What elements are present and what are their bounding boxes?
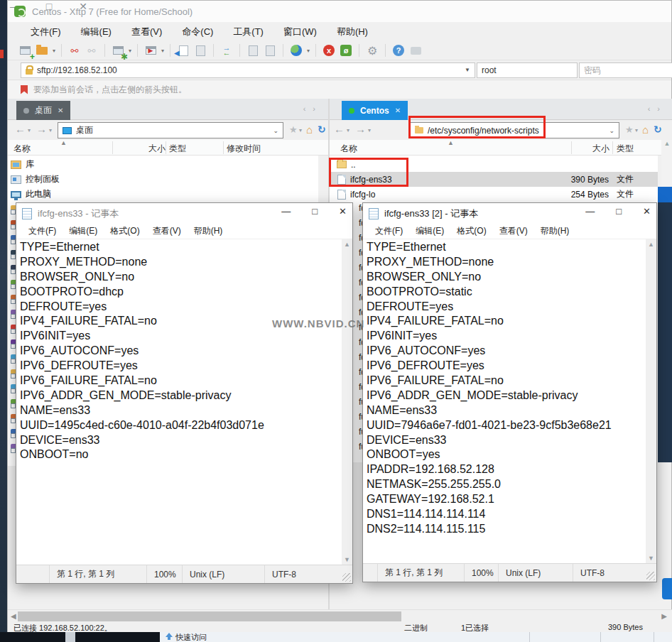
column-size[interactable]: 大小 xyxy=(148,143,166,155)
back-icon[interactable]: ← xyxy=(15,123,26,135)
forward-icon[interactable]: → xyxy=(355,123,366,135)
list-item[interactable]: 库 xyxy=(8,157,318,172)
username-input[interactable]: root xyxy=(477,62,578,78)
resize-grip[interactable] xyxy=(646,572,655,580)
list-item[interactable]: 此电脑 xyxy=(8,187,318,202)
menu-item[interactable]: 查看(V) xyxy=(493,225,534,237)
menu-item[interactable]: 查看(V) xyxy=(146,225,188,237)
xftp-titlebar[interactable]: Centos - Xftp 7 (Free for Home/School) —… xyxy=(8,1,671,22)
home-icon[interactable]: ⌂ xyxy=(306,124,313,136)
list-item[interactable]: 控制面板 xyxy=(8,172,318,187)
transfer-to-remote-icon xyxy=(193,43,207,58)
refresh-icon[interactable]: ↻ xyxy=(654,124,662,135)
column-type[interactable]: 类型 xyxy=(617,143,634,155)
column-name[interactable]: 名称 xyxy=(13,143,31,155)
tab-scroll-arrows[interactable]: ‹› xyxy=(303,104,323,113)
menu-item[interactable]: 查看(V) xyxy=(121,26,172,38)
favorites-star-icon[interactable]: ★ xyxy=(289,124,298,135)
refresh-icon[interactable]: ↻ xyxy=(318,124,326,135)
notepad2-vscrollbar[interactable]: ▲ ▼ xyxy=(646,239,656,563)
menu-item[interactable]: 格式(O) xyxy=(104,225,146,237)
chevron-down-icon[interactable]: ▾ xyxy=(635,127,638,134)
back-icon[interactable]: ← xyxy=(334,123,345,135)
menu-item[interactable]: 编辑(E) xyxy=(409,225,450,237)
chevron-down-icon[interactable]: ▾ xyxy=(299,127,302,134)
tab-desktop[interactable]: 桌面 ✕ xyxy=(16,101,70,120)
chevron-down-icon[interactable]: ▾ xyxy=(49,127,52,134)
chevron-down-icon[interactable]: ▾ xyxy=(129,48,131,54)
close-icon[interactable]: ✕ xyxy=(395,107,401,114)
list-item-ifcfg-lo[interactable]: ifcfg-lo 254 Bytes 文件 xyxy=(330,187,658,202)
transfer-to-local-icon[interactable]: ◀ xyxy=(176,43,190,58)
column-type[interactable]: 类型 xyxy=(169,143,186,155)
notepad2-text-area[interactable]: TYPE=EthernetPROXY_METHOD=noneBROWSER_ON… xyxy=(363,239,646,563)
chevron-down-icon[interactable]: ⌄ xyxy=(609,127,614,134)
menu-item[interactable]: 帮助(H) xyxy=(327,26,378,38)
scroll-down-icon[interactable]: ▼ xyxy=(646,555,656,562)
help-icon[interactable]: ? xyxy=(391,43,406,58)
scroll-down-icon[interactable]: ▼ xyxy=(342,556,352,563)
menu-item[interactable]: 文件(F) xyxy=(22,225,63,237)
xftp-icon[interactable]: ø xyxy=(339,43,353,58)
close-icon[interactable]: ✕ xyxy=(58,107,63,114)
reconnect-icon[interactable]: ⚯ xyxy=(85,43,99,58)
menu-item[interactable]: 帮助(H) xyxy=(188,225,229,237)
settings-gear-icon[interactable]: ⚙ xyxy=(365,43,379,58)
open-folder-icon[interactable] xyxy=(35,43,49,58)
maximize-button[interactable]: □ xyxy=(312,206,318,217)
resize-grip[interactable] xyxy=(342,573,351,582)
address-url-input[interactable]: sftp://192.168.52.100 ▼ xyxy=(21,62,475,78)
column-size[interactable]: 大小 xyxy=(592,143,609,155)
scroll-up-icon[interactable]: ▲ xyxy=(646,241,656,248)
column-mtime[interactable]: 修改时间 xyxy=(227,143,261,155)
menu-item[interactable]: 窗口(W) xyxy=(273,26,327,38)
notepad-icon xyxy=(22,208,32,219)
chevron-down-icon[interactable]: ▾ xyxy=(161,48,164,54)
maximize-button[interactable]: □ xyxy=(616,206,622,217)
close-button[interactable]: ✕ xyxy=(339,206,347,217)
chevron-down-icon[interactable]: ▾ xyxy=(53,48,55,54)
menu-item[interactable]: 文件(F) xyxy=(369,225,409,237)
menu-item[interactable]: 文件(F) xyxy=(21,26,71,38)
menu-item[interactable]: 格式(O) xyxy=(450,225,492,237)
scroll-right-icon[interactable]: ▶ xyxy=(661,612,667,620)
connected-dot-icon xyxy=(349,108,354,114)
chevron-down-icon[interactable]: ▾ xyxy=(28,127,31,134)
menu-item[interactable]: 编辑(E) xyxy=(63,225,104,237)
password-input[interactable]: 密码 xyxy=(579,62,672,78)
menu-item[interactable]: 工具(T) xyxy=(223,26,273,38)
menu-item[interactable]: 帮助(H) xyxy=(534,225,576,237)
feedback-icon[interactable] xyxy=(408,43,423,58)
xshell-icon[interactable]: x xyxy=(322,43,336,58)
disconnect-icon[interactable]: ⚯ xyxy=(67,43,82,58)
chevron-down-icon[interactable]: ⌄ xyxy=(273,127,278,134)
forward-icon[interactable]: → xyxy=(36,123,47,135)
chevron-down-icon[interactable]: ▾ xyxy=(368,127,371,134)
web-icon[interactable] xyxy=(289,43,303,58)
menu-item[interactable]: 命令(C) xyxy=(172,26,223,38)
tab-scroll-arrows[interactable]: ‹› xyxy=(648,104,667,113)
favorites-star-icon[interactable]: ★ xyxy=(625,124,634,135)
chevron-down-icon[interactable]: ▼ xyxy=(465,67,470,73)
scroll-left-icon[interactable]: ◀ xyxy=(11,612,16,620)
menu-item[interactable]: 编辑(E) xyxy=(71,26,121,38)
notepad1-vscrollbar[interactable]: ▲ ▼ xyxy=(342,239,352,565)
home-icon[interactable]: ⌂ xyxy=(642,124,649,136)
scrollbar-thumb[interactable] xyxy=(18,611,401,621)
sync-transfer-icon[interactable]: →← xyxy=(220,43,234,58)
run-icon[interactable]: ▶ xyxy=(143,43,158,58)
session-properties-icon[interactable]: ✱ xyxy=(111,43,125,58)
column-name[interactable]: 名称 xyxy=(340,143,357,155)
minimize-button[interactable]: — xyxy=(585,206,595,217)
new-session-icon[interactable]: + xyxy=(18,43,32,58)
local-path-combo[interactable]: 桌面 ⌄ xyxy=(58,122,283,138)
tab-centos[interactable]: Centos ✕ xyxy=(342,101,408,120)
chevron-down-icon[interactable]: ▾ xyxy=(347,127,349,134)
notepad1-text-area[interactable]: TYPE=EthernetPROXY_METHOD=noneBROWSER_ON… xyxy=(16,239,342,565)
chevron-down-icon[interactable]: ▾ xyxy=(307,48,310,54)
scroll-up-icon[interactable]: ▲ xyxy=(342,241,352,248)
remote-vscrollbar[interactable]: ▲ xyxy=(661,140,672,187)
close-button[interactable]: ✕ xyxy=(643,206,651,217)
horizontal-scrollbar[interactable]: ◀ ▶ xyxy=(8,609,672,622)
minimize-button[interactable]: — xyxy=(281,206,291,217)
